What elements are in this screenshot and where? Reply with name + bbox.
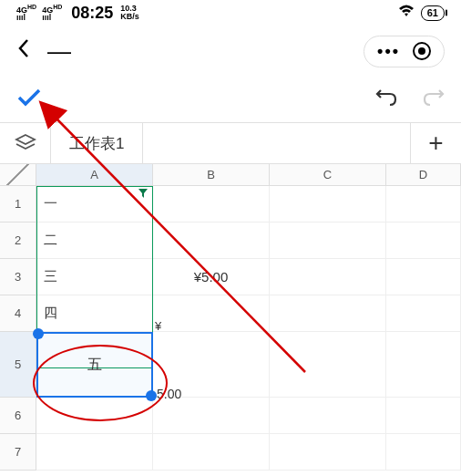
signal-1: 4GHD ıııl [16,5,36,21]
cell-a5[interactable] [36,332,153,398]
cell-a1[interactable]: 一 [36,186,153,222]
table-row: 3 三 ¥5.00 [0,259,461,295]
row-header-2[interactable]: 2 [0,222,36,259]
cell-b7[interactable] [153,434,270,471]
status-bar: 4GHD ıııl 4GHD ıııl 08:25 10.3KB/s 61 [0,0,461,26]
cell-b1[interactable] [153,186,270,222]
column-headers: A B C D [0,164,461,186]
cell-b5[interactable] [153,332,270,398]
mini-program-controls: ••• [364,36,445,67]
wifi-icon [397,4,415,22]
cell-c6[interactable] [270,398,386,434]
back-button[interactable] [16,37,31,66]
row-header-6[interactable]: 6 [0,398,36,434]
status-left: 4GHD ıııl 4GHD ıııl 08:25 10.3KB/s [16,4,139,23]
table-row: 7 [0,434,461,471]
filter-icon[interactable] [138,188,149,201]
cell-c5[interactable] [270,332,386,398]
net-speed: 10.3KB/s [120,5,139,21]
table-row: 2 二 [0,222,461,259]
cell-b4[interactable] [153,295,270,332]
status-right: 61 [397,4,445,22]
cell-a2[interactable]: 二 [36,222,153,259]
cell-a6[interactable] [36,398,153,434]
row-header-4[interactable]: 4 [0,295,36,332]
action-bar [0,77,461,122]
cell-a7[interactable] [36,434,153,471]
col-header-a[interactable]: A [36,164,153,186]
battery-indicator: 61 [421,5,445,21]
undo-button[interactable] [375,87,399,112]
cell-c7[interactable] [270,434,386,471]
add-sheet-button[interactable]: + [410,123,461,163]
row-header-5[interactable]: 5 [0,332,36,398]
spreadsheet-grid[interactable]: A B C D 1 一 2 二 3 三 ¥5.00 4 四 [0,164,461,471]
signal-2: 4GHD ıııl [42,5,62,21]
table-row: 1 一 [0,186,461,222]
row-header-3[interactable]: 3 [0,259,36,295]
cell-d5[interactable] [386,332,461,398]
select-all-corner[interactable] [0,164,36,186]
cell-d6[interactable] [386,398,461,434]
cell-b3[interactable]: ¥5.00 [153,259,270,295]
col-header-d[interactable]: D [386,164,461,186]
top-nav: — ••• [0,26,461,77]
cell-d1[interactable] [386,186,461,222]
table-row: 6 [0,398,461,434]
sheets-list-button[interactable] [0,123,51,163]
cell-d3[interactable] [386,259,461,295]
redo-button[interactable] [421,87,445,112]
cell-c3[interactable] [270,259,386,295]
cell-c2[interactable] [270,222,386,259]
row-header-7[interactable]: 7 [0,434,36,471]
sheet-tab-bar: 工作表1 + [0,122,461,164]
cell-d7[interactable] [386,434,461,471]
col-header-b[interactable]: B [153,164,270,186]
minimize-button[interactable]: — [47,37,71,66]
cell-d2[interactable] [386,222,461,259]
clock: 08:25 [71,4,113,23]
table-row: 5 [0,332,461,398]
table-row: 4 四 [0,295,461,332]
col-header-c[interactable]: C [270,164,386,186]
cell-b6[interactable] [153,398,270,434]
close-target-icon[interactable] [413,42,431,60]
cell-b2[interactable] [153,222,270,259]
cell-d4[interactable] [386,295,461,332]
cell-a4[interactable]: 四 [36,295,153,332]
confirm-button[interactable] [16,85,42,114]
sheet-tab-active[interactable]: 工作表1 [51,123,143,163]
more-icon[interactable]: ••• [377,42,400,61]
cell-a3[interactable]: 三 [36,259,153,295]
cell-c4[interactable] [270,295,386,332]
row-header-1[interactable]: 1 [0,186,36,222]
cell-c1[interactable] [270,186,386,222]
